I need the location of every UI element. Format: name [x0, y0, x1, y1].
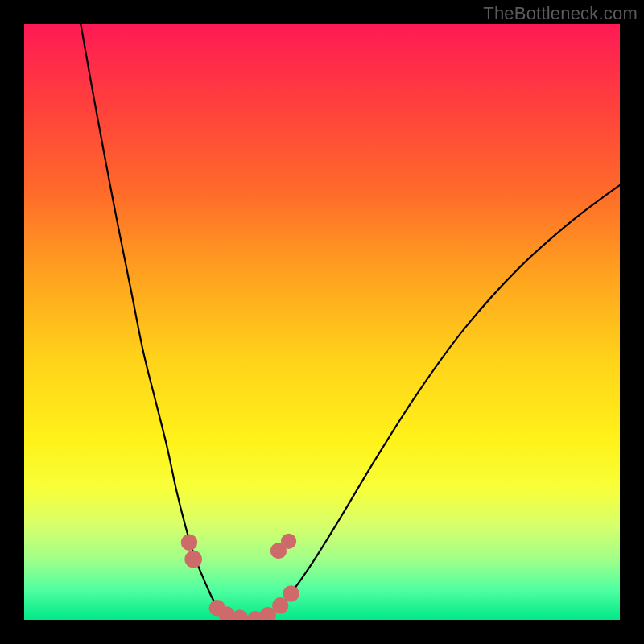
data-marker — [281, 534, 296, 549]
plot-area — [24, 24, 620, 620]
data-marker — [181, 535, 197, 551]
data-marker — [184, 551, 202, 568]
data-marker — [283, 585, 299, 601]
watermark-text: TheBottleneck.com — [483, 3, 638, 24]
chart-frame: TheBottleneck.com — [0, 0, 644, 644]
bottleneck-curve — [24, 24, 620, 620]
